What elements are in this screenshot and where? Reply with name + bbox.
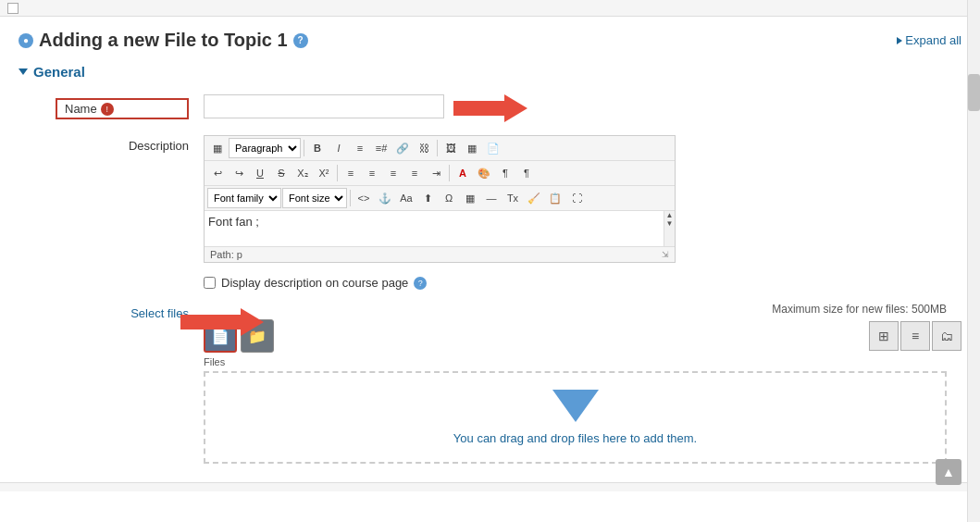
tb-unordered-list-btn[interactable]: ≡ bbox=[350, 138, 370, 158]
file-controls: Maximum size for new files: 500MB 📄 📁 ⊞ … bbox=[204, 303, 961, 464]
toolbar-row-3: Font family Font size <> ⚓ Aa ⬆ Ω ▦ — Tx… bbox=[205, 186, 675, 211]
scroll-thumb[interactable] bbox=[968, 74, 980, 111]
tb-sep-5 bbox=[350, 190, 351, 206]
scroll-top-icon: ▲ bbox=[942, 465, 955, 479]
tb-paragraph-select[interactable]: Paragraph bbox=[229, 138, 301, 158]
tb-ordered-list-btn[interactable]: ≡# bbox=[371, 138, 391, 158]
tb-omega-btn[interactable]: Ω bbox=[439, 188, 459, 208]
tb-bg-color-btn[interactable]: 🎨 bbox=[474, 163, 494, 183]
tb-media-btn[interactable]: ▦ bbox=[462, 138, 482, 158]
scroll-top-button[interactable]: ▲ bbox=[936, 459, 961, 485]
tb-fullscreen-btn[interactable]: ⛶ bbox=[566, 188, 587, 208]
tree-icon: 🗂 bbox=[940, 329, 953, 343]
expand-arrow-icon bbox=[897, 37, 902, 44]
chevron-down-icon bbox=[19, 68, 28, 75]
tb-undo-btn[interactable]: ↩ bbox=[207, 163, 228, 183]
tb-align-right-btn[interactable]: ≡ bbox=[383, 163, 403, 183]
tb-rule-btn[interactable]: — bbox=[481, 188, 502, 208]
page-header: ● Adding a new File to Topic 1 ? Expand … bbox=[0, 17, 980, 58]
expand-all-button[interactable]: Expand all bbox=[897, 33, 961, 47]
name-input[interactable] bbox=[204, 94, 444, 118]
tb-image-btn[interactable]: 🖼 bbox=[440, 138, 461, 158]
list-icon: ≡ bbox=[912, 329, 919, 343]
select-files-row: Select files Maximum size for new files:… bbox=[56, 303, 961, 464]
toolbar-row-2: ↩ ↪ U S X₂ X² ≡ ≡ ≡ ≡ ⇥ A 🎨 ¶ ¶ bbox=[205, 161, 675, 186]
tb-clear-btn[interactable]: Tx bbox=[502, 188, 523, 208]
grid-icon: ⊞ bbox=[878, 329, 889, 343]
file-toolbar: 📄 📁 ⊞ ≡ 🗂 bbox=[204, 319, 961, 353]
name-arrow-annotation bbox=[453, 94, 527, 122]
editor-body[interactable]: Font fan ; ▲ ▼ bbox=[205, 211, 675, 246]
tb-align-center-btn[interactable]: ≡ bbox=[362, 163, 382, 183]
tb-justify-btn[interactable]: ≡ bbox=[404, 163, 425, 183]
tb-source-btn[interactable]: <> bbox=[354, 188, 374, 208]
tb-sep-3 bbox=[337, 165, 338, 181]
required-icon: ! bbox=[101, 103, 114, 116]
tb-table2-btn[interactable]: ▦ bbox=[460, 188, 480, 208]
list-view-button[interactable]: ≡ bbox=[900, 321, 930, 351]
tb-anchor-btn[interactable]: ⚓ bbox=[375, 188, 395, 208]
tb-pastetext-btn[interactable]: 📋 bbox=[545, 188, 565, 208]
scroll-up-icon[interactable]: ▲ bbox=[666, 211, 674, 219]
tb-underline-btn[interactable]: U bbox=[250, 163, 270, 183]
page-icon: ● bbox=[19, 33, 33, 48]
svg-marker-1 bbox=[180, 308, 264, 336]
tb-link-btn[interactable]: 🔗 bbox=[392, 138, 413, 158]
name-label-text: Name bbox=[65, 102, 97, 116]
tb-superscript-btn[interactable]: X² bbox=[314, 163, 334, 183]
drop-link-text[interactable]: drop files here bbox=[551, 431, 626, 445]
tb-file-btn[interactable]: 📄 bbox=[483, 138, 503, 158]
tb-redo-btn[interactable]: ↪ bbox=[229, 163, 249, 183]
red-arrow-icon bbox=[453, 94, 527, 122]
editor-resize-handle[interactable]: ⇲ bbox=[662, 250, 669, 259]
tb-char-btn[interactable]: Aa bbox=[396, 188, 416, 208]
files-label: Files bbox=[204, 356, 961, 367]
tb-subscript-btn[interactable]: X₂ bbox=[292, 163, 313, 183]
tb-italic-btn[interactable]: I bbox=[329, 138, 349, 158]
tb-sep-4 bbox=[449, 165, 450, 181]
section-general[interactable]: General bbox=[0, 58, 980, 85]
display-description-help-icon[interactable]: ? bbox=[414, 277, 427, 290]
tb-strikethrough-btn[interactable]: S bbox=[271, 163, 292, 183]
drop-arrow-icon bbox=[552, 390, 599, 422]
name-row: Name ! bbox=[56, 94, 961, 122]
editor-scrollbar[interactable]: ▲ ▼ bbox=[664, 211, 675, 246]
display-description-row: Display description on course page ? bbox=[204, 276, 961, 290]
description-label: Description bbox=[56, 135, 204, 153]
help-icon[interactable]: ? bbox=[293, 33, 308, 48]
tb-fontsize-select[interactable]: Font size bbox=[282, 188, 347, 208]
description-row: Description ▦ Paragraph B I ≡ ≡# 🔗 ⛓ bbox=[56, 135, 961, 263]
name-label-box: Name ! bbox=[56, 98, 189, 119]
tb-sep-2 bbox=[437, 140, 438, 156]
svg-marker-0 bbox=[453, 94, 527, 122]
tb-upload-btn[interactable]: ⬆ bbox=[417, 188, 438, 208]
tb-unlink-btn[interactable]: ⛓ bbox=[414, 138, 434, 158]
tb-sep-1 bbox=[304, 140, 304, 156]
tb-dir-ltr-btn[interactable]: ¶ bbox=[495, 163, 515, 183]
editor-content: Font fan ; bbox=[208, 215, 259, 229]
tree-view-button[interactable]: 🗂 bbox=[932, 321, 961, 351]
drop-text: You can drag and drop files here to add … bbox=[453, 431, 697, 445]
top-bar bbox=[0, 0, 980, 17]
tb-table-btn[interactable]: ▦ bbox=[207, 138, 228, 158]
top-checkbox[interactable] bbox=[7, 3, 19, 14]
tb-clear2-btn[interactable]: 🧹 bbox=[524, 188, 544, 208]
drop-area[interactable]: You can drag and drop files here to add … bbox=[204, 371, 947, 464]
drop-text-suffix: to add them. bbox=[626, 431, 697, 445]
page-title: ● Adding a new File to Topic 1 ? bbox=[19, 30, 308, 51]
view-buttons: ⊞ ≡ 🗂 bbox=[869, 321, 961, 351]
display-description-checkbox[interactable] bbox=[204, 277, 216, 289]
display-description-label: Display description on course page bbox=[221, 276, 408, 290]
tb-dir-rtl-btn[interactable]: ¶ bbox=[516, 163, 537, 183]
editor-container: ▦ Paragraph B I ≡ ≡# 🔗 ⛓ 🖼 ▦ 📄 bbox=[204, 135, 676, 263]
grid-view-button[interactable]: ⊞ bbox=[869, 321, 899, 351]
expand-all-label: Expand all bbox=[905, 33, 961, 47]
tb-bold-btn[interactable]: B bbox=[307, 138, 328, 158]
tb-fontfamily-select[interactable]: Font family bbox=[207, 188, 281, 208]
editor-path-text: Path: p bbox=[210, 249, 242, 260]
tb-align-left-btn[interactable]: ≡ bbox=[341, 163, 361, 183]
tb-font-color-btn[interactable]: A bbox=[453, 163, 473, 183]
scrollbar[interactable] bbox=[967, 0, 980, 522]
scroll-down-icon[interactable]: ▼ bbox=[666, 219, 674, 228]
tb-indent-btn[interactable]: ⇥ bbox=[426, 163, 446, 183]
